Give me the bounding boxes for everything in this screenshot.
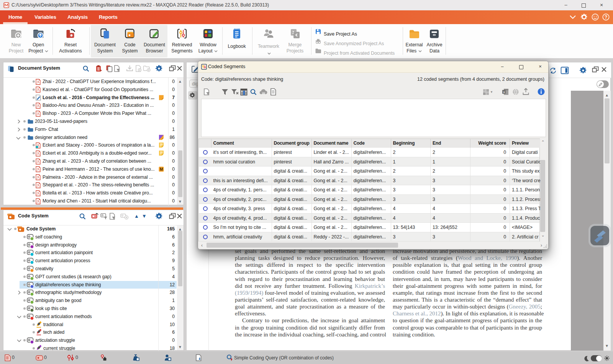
svg-text:?: ?: [605, 15, 607, 20]
